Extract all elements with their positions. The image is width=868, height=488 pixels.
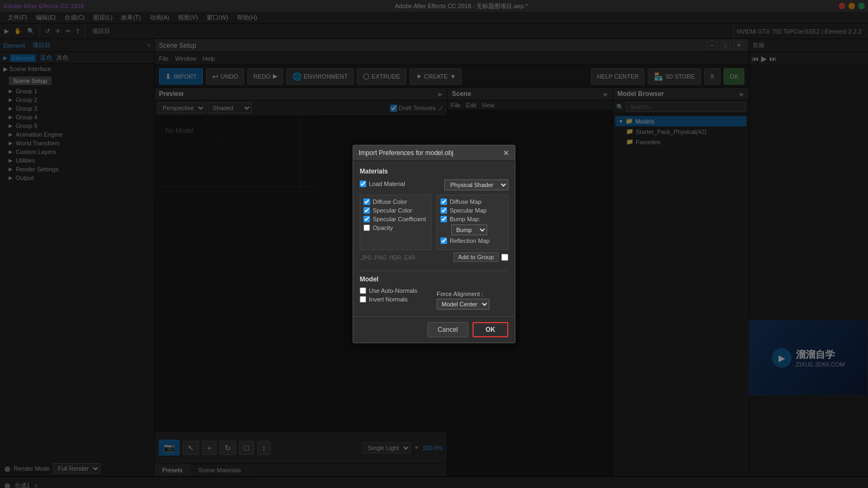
right-checks-col: Diffuse Map Specular Map Bump Map: Bump … xyxy=(437,195,508,250)
add-to-group-checkbox[interactable] xyxy=(501,254,508,261)
force-alignment-select[interactable]: Model Center World Center xyxy=(437,299,489,310)
auto-normals-label: Use Auto-Normals xyxy=(369,287,417,294)
modal-close-btn[interactable]: ✕ xyxy=(503,149,509,157)
bump-mode-select[interactable]: Bump Normal xyxy=(451,224,487,235)
import-preferences-modal: Import Preferences for model.obj ✕ Mater… xyxy=(353,145,515,343)
add-to-group-row: Add to Group xyxy=(454,252,508,262)
load-material-row: Load Material Physical Shader Standard S… xyxy=(360,179,508,190)
specular-map-checkbox[interactable] xyxy=(441,207,447,214)
bump-map-checkbox[interactable] xyxy=(441,216,447,222)
specular-coeff-checkbox[interactable] xyxy=(363,216,370,222)
specular-map-check: Specular Map xyxy=(441,207,505,214)
left-checks-col: Diffuse Color Specular Color Specular Co… xyxy=(360,195,431,250)
reflection-map-label: Reflection Map xyxy=(450,237,489,244)
auto-normals-checkbox[interactable] xyxy=(360,287,366,294)
load-material-check-row: Load Material xyxy=(360,181,405,187)
diffuse-map-label: Diffuse Map xyxy=(450,198,482,205)
diffuse-map-checkbox[interactable] xyxy=(441,198,447,205)
model-right-col: Force Alignment : Model Center World Cen… xyxy=(437,287,508,310)
opacity-label: Opacity xyxy=(373,224,393,231)
load-material-label: Load Material xyxy=(369,181,405,187)
ok-button[interactable]: OK xyxy=(473,322,508,337)
reflection-map-checkbox[interactable] xyxy=(441,237,447,244)
force-alignment-label: Force Alignment : xyxy=(437,291,483,297)
force-alignment-row: Force Alignment : xyxy=(437,291,508,297)
auto-normals-check: Use Auto-Normals xyxy=(360,287,431,294)
load-material-checkbox[interactable] xyxy=(360,181,366,187)
bump-mode-row: Bump Normal xyxy=(441,224,505,235)
filetypes-addgroup-row: .JPG .PNG .HDR .EXR Add to Group xyxy=(360,252,508,266)
model-left-col: Use Auto-Normals Invert Normals xyxy=(360,287,431,310)
invert-normals-check: Invert Normals xyxy=(360,296,431,303)
modal-title: Import Preferences for model.obj xyxy=(359,149,454,157)
add-to-group-btn[interactable]: Add to Group xyxy=(454,252,499,262)
opacity-check: Opacity xyxy=(363,224,427,231)
invert-normals-label: Invert Normals xyxy=(369,296,408,303)
section-divider xyxy=(360,271,508,271)
invert-normals-checkbox[interactable] xyxy=(360,296,366,303)
align-select-row: Model Center World Center xyxy=(437,299,508,310)
diffuse-color-label: Diffuse Color xyxy=(373,198,407,205)
specular-coeff-check: Specular Coefficient xyxy=(363,216,427,222)
modal-body: Materials Load Material Physical Shader … xyxy=(353,161,515,316)
file-types-label: .JPG .PNG .HDR .EXR xyxy=(360,255,416,261)
specular-color-checkbox[interactable] xyxy=(363,207,370,214)
diffuse-color-checkbox[interactable] xyxy=(363,198,370,205)
specular-color-label: Specular Color xyxy=(373,207,412,214)
modal-footer: Cancel OK xyxy=(353,316,515,343)
model-checks-container: Use Auto-Normals Invert Normals Force Al… xyxy=(360,287,508,310)
model-section-title: Model xyxy=(360,275,508,283)
specular-coeff-label: Specular Coefficient xyxy=(373,216,426,222)
diffuse-color-check: Diffuse Color xyxy=(363,198,427,205)
specular-map-label: Specular Map xyxy=(450,207,487,214)
modal-titlebar: Import Preferences for model.obj ✕ xyxy=(353,145,515,161)
specular-color-check: Specular Color xyxy=(363,207,427,214)
material-checks-container: Diffuse Color Specular Color Specular Co… xyxy=(360,195,508,250)
bump-map-check: Bump Map: xyxy=(441,216,505,222)
modal-overlay: Import Preferences for model.obj ✕ Mater… xyxy=(0,0,868,488)
shader-type-select[interactable]: Physical Shader Standard Shader xyxy=(444,179,508,190)
reflection-map-check: Reflection Map xyxy=(441,237,505,244)
bump-map-label: Bump Map: xyxy=(450,216,480,222)
diffuse-map-check: Diffuse Map xyxy=(441,198,505,205)
materials-section-title: Materials xyxy=(360,168,508,175)
cancel-button[interactable]: Cancel xyxy=(427,322,468,337)
opacity-checkbox[interactable] xyxy=(363,224,370,231)
